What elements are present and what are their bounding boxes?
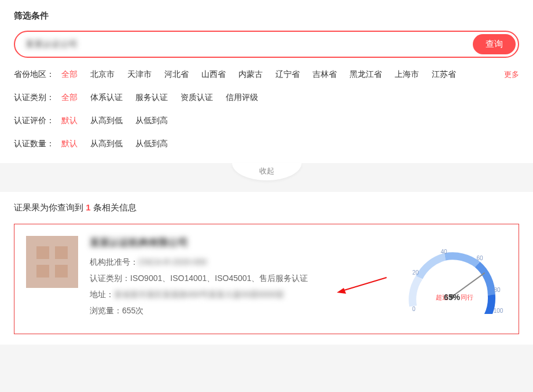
results-count: 1 bbox=[86, 202, 90, 212]
filter-row-rating: 认证评价： 默认 从高到低 从低到高 bbox=[14, 116, 519, 126]
gauge: 0 20 40 60 80 100 超过 65% 同行 bbox=[397, 236, 507, 322]
gauge-tick-40: 40 bbox=[440, 249, 447, 255]
address-value: 某省某市某区某某路000号某某大厦00层0000室 bbox=[114, 290, 284, 300]
region-option[interactable]: 天津市 bbox=[127, 69, 152, 80]
region-option[interactable]: 北京市 bbox=[90, 69, 115, 80]
filter-label-rating: 认证评价： bbox=[14, 116, 54, 126]
result-category: 认证类别：ISO9001、ISO14001、ISO45001、售后服务认证 bbox=[90, 273, 385, 284]
category-label: 认证类别： bbox=[90, 273, 130, 283]
region-option[interactable]: 上海市 bbox=[395, 69, 419, 80]
result-info: 某某认证机构有限公司 机构批准号：CNCA-R-2020-000 认证类别：IS… bbox=[90, 236, 385, 322]
category-option[interactable]: 体系认证 bbox=[90, 93, 123, 103]
views-value: 655次 bbox=[122, 306, 144, 315]
results-panel: 证果果为你查询到 1 条相关信息 某某认证机构有限公司 机构批准号：CNCA-R… bbox=[0, 192, 533, 345]
gauge-tick-20: 20 bbox=[412, 269, 419, 276]
count-option-default[interactable]: 默认 bbox=[61, 139, 78, 149]
rating-option-default[interactable]: 默认 bbox=[61, 116, 78, 126]
category-option[interactable]: 信用评级 bbox=[226, 93, 258, 103]
region-option[interactable]: 江苏省 bbox=[432, 69, 456, 80]
category-option-all[interactable]: 全部 bbox=[61, 93, 78, 103]
filter-label-count: 认证数量： bbox=[14, 139, 54, 149]
region-option[interactable]: 山西省 bbox=[201, 69, 226, 80]
collapse-toggle[interactable]: 收起 bbox=[232, 163, 302, 180]
filter-label-category: 认证类别： bbox=[14, 93, 54, 103]
result-address: 地址：某省某市某区某某路000号某某大厦00层0000室 bbox=[90, 290, 385, 300]
gauge-tick-80: 80 bbox=[494, 287, 501, 293]
result-title: 某某认证机构有限公司 bbox=[90, 236, 188, 249]
category-option[interactable]: 服务认证 bbox=[135, 93, 168, 103]
region-option[interactable]: 内蒙古 bbox=[238, 69, 263, 80]
result-approval: 机构批准号：CNCA-R-2020-000 bbox=[90, 257, 385, 268]
count-option[interactable]: 从高到低 bbox=[90, 139, 123, 149]
result-card[interactable]: 某某认证机构有限公司 机构批准号：CNCA-R-2020-000 认证类别：IS… bbox=[14, 224, 519, 334]
filter-title: 筛选条件 bbox=[14, 10, 519, 21]
approval-label: 机构批准号： bbox=[90, 257, 138, 267]
gauge-percent: 65% bbox=[444, 293, 461, 302]
region-option-all[interactable]: 全部 bbox=[61, 69, 78, 80]
address-label: 地址： bbox=[90, 290, 114, 299]
gauge-tick-60: 60 bbox=[476, 255, 483, 261]
region-option[interactable]: 黑龙江省 bbox=[350, 69, 382, 80]
filter-row-count: 认证数量： 默认 从高到低 从低到高 bbox=[14, 139, 519, 149]
filter-row-category: 认证类别： 全部 体系认证 服务认证 资质认证 信用评级 bbox=[14, 93, 519, 103]
search-bar: 查询 bbox=[14, 31, 519, 58]
filter-label-region: 省份地区： bbox=[14, 69, 54, 80]
approval-value: CNCA-R-2020-000 bbox=[138, 257, 207, 267]
results-title: 证果果为你查询到 1 条相关信息 bbox=[14, 202, 519, 213]
results-suffix: 条相关信息 bbox=[91, 202, 137, 212]
count-option[interactable]: 从低到高 bbox=[135, 139, 168, 149]
gauge-tick-100: 100 bbox=[494, 308, 503, 314]
region-option[interactable]: 辽宁省 bbox=[275, 69, 300, 80]
views-label: 浏览量： bbox=[90, 306, 122, 315]
rating-option[interactable]: 从低到高 bbox=[135, 116, 168, 126]
region-option[interactable]: 河北省 bbox=[164, 69, 189, 80]
filter-row-region: 省份地区： 全部 北京市 天津市 河北省 山西省 内蒙古 辽宁省 吉林省 黑龙江… bbox=[14, 69, 519, 80]
result-views: 浏览量：655次 bbox=[90, 306, 385, 316]
gauge-svg: 0 20 40 60 80 100 超过 65% 同行 bbox=[400, 245, 504, 314]
region-option[interactable]: 吉林省 bbox=[313, 69, 337, 80]
result-thumbnail bbox=[26, 236, 78, 288]
search-input[interactable] bbox=[25, 39, 473, 49]
more-link[interactable]: 更多 bbox=[504, 69, 519, 80]
filter-panel: 筛选条件 查询 省份地区： 全部 北京市 天津市 河北省 山西省 内蒙古 辽宁省… bbox=[0, 0, 533, 163]
category-option[interactable]: 资质认证 bbox=[181, 93, 213, 103]
results-prefix: 证果果为你查询到 bbox=[14, 202, 86, 212]
category-value: ISO9001、ISO14001、ISO45001、售后服务认证 bbox=[130, 273, 308, 283]
rating-option[interactable]: 从高到低 bbox=[90, 116, 123, 126]
gauge-suffix: 同行 bbox=[461, 294, 473, 301]
gauge-tick-0: 0 bbox=[412, 306, 416, 312]
search-button[interactable]: 查询 bbox=[473, 34, 516, 54]
